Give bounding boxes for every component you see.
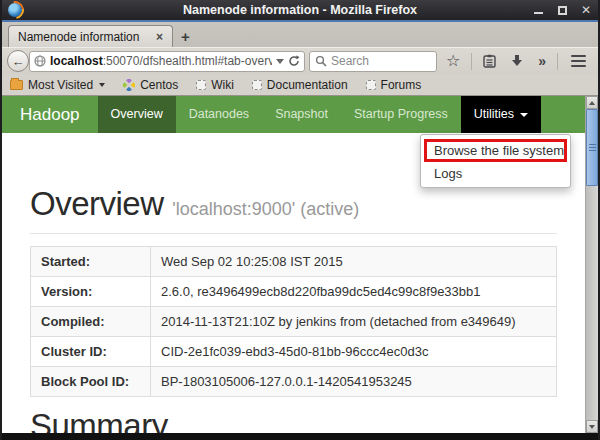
bookmark-label: Most Visited bbox=[28, 78, 93, 92]
nav-utilities-label: Utilities bbox=[474, 96, 514, 133]
firefox-window: Namenode information - Mozilla Firefox ✕… bbox=[0, 0, 600, 440]
downloads-icon[interactable] bbox=[505, 54, 529, 68]
overview-info-table: Started: Wed Sep 02 10:25:08 IST 2015 Ve… bbox=[30, 246, 557, 397]
row-label: Block Pool ID: bbox=[31, 367, 151, 397]
window-controls: ✕ bbox=[532, 4, 592, 16]
toolbar-divider bbox=[557, 53, 558, 70]
reload-icon[interactable] bbox=[288, 55, 300, 67]
titlebar: Namenode information - Mozilla Firefox ✕ bbox=[2, 0, 598, 22]
search-icon bbox=[315, 55, 327, 67]
summary-heading: Summary bbox=[30, 407, 557, 433]
tab-bar: Namenode information × + bbox=[2, 22, 598, 47]
default-favicon-icon bbox=[366, 80, 376, 90]
row-value: Wed Sep 02 10:25:08 IST 2015 bbox=[151, 247, 557, 277]
arrow-up-icon bbox=[589, 101, 595, 105]
scroll-down-button[interactable] bbox=[586, 420, 598, 433]
nav-overview[interactable]: Overview bbox=[98, 96, 176, 133]
row-label: Cluster ID: bbox=[31, 337, 151, 367]
caret-down-icon bbox=[520, 113, 528, 117]
row-label: Compiled: bbox=[31, 307, 151, 337]
red-annotation-box: Browse the file system bbox=[424, 139, 567, 162]
table-row: Version: 2.6.0, re3496499ecb8d220fba99dc… bbox=[31, 277, 557, 307]
default-favicon-icon bbox=[252, 80, 262, 90]
scrollbar-track[interactable] bbox=[586, 109, 598, 420]
url-bar[interactable]: localhost:50070/dfshealth.html#tab-overv… bbox=[29, 51, 305, 72]
tab-title: Namenode information bbox=[18, 30, 139, 44]
arrow-down-icon bbox=[589, 425, 595, 429]
page-title: Overview 'localhost:9000' (active) bbox=[30, 185, 557, 223]
hadoop-brand[interactable]: Hadoop bbox=[2, 96, 98, 133]
row-label: Started: bbox=[31, 247, 151, 277]
bookmark-label: Documentation bbox=[267, 78, 348, 92]
bookmark-label: Forums bbox=[381, 78, 422, 92]
default-favicon-icon bbox=[196, 80, 206, 90]
window-title: Namenode information - Mozilla Firefox bbox=[2, 3, 598, 17]
scrollbar-thumb[interactable] bbox=[586, 109, 598, 186]
url-path: :50070/dfshealth.html#tab-overview bbox=[103, 54, 272, 68]
table-row: Compiled: 2014-11-13T21:10Z by jenkins f… bbox=[31, 307, 557, 337]
bookmarks-toolbar: Most Visited Centos Wiki Documentation F… bbox=[2, 74, 598, 96]
bookmark-label: Centos bbox=[140, 78, 178, 92]
hadoop-navbar: Hadoop Overview Datanodes Snapshot Start… bbox=[2, 96, 585, 133]
search-input[interactable] bbox=[331, 54, 419, 68]
close-window-button[interactable]: ✕ bbox=[580, 4, 592, 16]
nav-datanodes[interactable]: Datanodes bbox=[176, 96, 262, 133]
chevron-down-icon bbox=[99, 83, 105, 87]
nav-startup-progress[interactable]: Startup Progress bbox=[341, 96, 461, 133]
overview-heading: Overview bbox=[30, 185, 164, 222]
nav-snapshot[interactable]: Snapshot bbox=[262, 96, 341, 133]
hadoop-page: Hadoop Overview Datanodes Snapshot Start… bbox=[2, 96, 585, 433]
browser-viewport: Hadoop Overview Datanodes Snapshot Start… bbox=[2, 96, 598, 433]
url-text: localhost:50070/dfshealth.html#tab-overv… bbox=[50, 54, 272, 68]
new-tab-button[interactable]: + bbox=[173, 27, 198, 47]
bookmark-label: Wiki bbox=[211, 78, 234, 92]
tab-close-icon[interactable]: × bbox=[156, 30, 163, 44]
table-row: Cluster ID: CID-2e1fc039-ebd3-45d0-81bb-… bbox=[31, 337, 557, 367]
row-value: 2014-11-13T21:10Z by jenkins from (detac… bbox=[151, 307, 557, 337]
heading-divider bbox=[30, 233, 557, 234]
bookmark-centos[interactable]: Centos bbox=[123, 78, 178, 92]
table-row: Started: Wed Sep 02 10:25:08 IST 2015 bbox=[31, 247, 557, 277]
row-value: 2.6.0, re3496499ecb8d220fba99dc5ed4c99c8… bbox=[151, 277, 557, 307]
navigation-toolbar: ← localhost:50070/dfshealth.html#tab-ove… bbox=[2, 47, 598, 74]
toolbar-divider bbox=[471, 53, 472, 70]
namenode-address-label: 'localhost:9000' (active) bbox=[172, 199, 359, 219]
bookmarks-menu-icon[interactable] bbox=[478, 54, 501, 68]
maximize-button[interactable] bbox=[556, 4, 568, 16]
table-row: Block Pool ID: BP-1803105006-127.0.0.1-1… bbox=[31, 367, 557, 397]
centos-logo-icon bbox=[123, 79, 135, 91]
row-value: BP-1803105006-127.0.0.1-1420541953245 bbox=[151, 367, 557, 397]
search-bar[interactable] bbox=[309, 51, 437, 72]
overflow-chevron-icon[interactable]: » bbox=[533, 53, 551, 69]
menu-hamburger-icon[interactable] bbox=[564, 55, 593, 68]
minimize-button[interactable] bbox=[532, 4, 544, 16]
row-label: Version: bbox=[31, 277, 151, 307]
vertical-scrollbar[interactable] bbox=[585, 96, 598, 433]
menu-item-browse-file-system[interactable]: Browse the file system bbox=[434, 143, 557, 158]
menu-item-logs[interactable]: Logs bbox=[421, 162, 570, 182]
window-bottom-frame bbox=[2, 433, 598, 440]
nav-utilities[interactable]: Utilities bbox=[461, 96, 541, 133]
bookmark-star-icon[interactable]: ☆ bbox=[441, 53, 465, 69]
globe-icon bbox=[34, 55, 46, 67]
tab-namenode-information[interactable]: Namenode information × bbox=[8, 25, 173, 47]
folder-icon bbox=[10, 80, 23, 90]
bookmark-wiki[interactable]: Wiki bbox=[196, 78, 234, 92]
scroll-up-button[interactable] bbox=[586, 96, 598, 109]
url-domain: localhost bbox=[50, 54, 103, 68]
bookmark-most-visited[interactable]: Most Visited bbox=[10, 78, 105, 92]
url-history-dropdown-icon[interactable] bbox=[276, 59, 284, 64]
bookmark-documentation[interactable]: Documentation bbox=[252, 78, 348, 92]
row-value: CID-2e1fc039-ebd3-45d0-81bb-96ccc4ec0d3c bbox=[151, 337, 557, 367]
bookmark-forums[interactable]: Forums bbox=[366, 78, 422, 92]
utilities-dropdown-menu: Browse the file system Logs bbox=[420, 134, 571, 188]
back-button[interactable]: ← bbox=[7, 50, 29, 72]
